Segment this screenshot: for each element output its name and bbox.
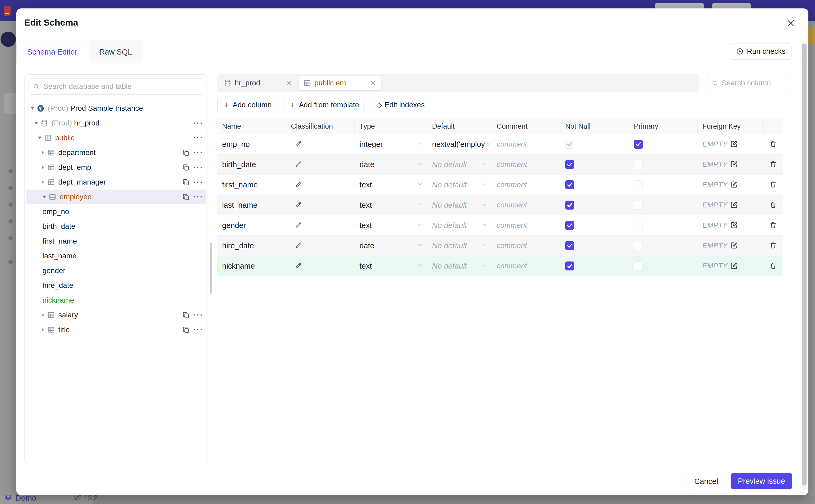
tab-raw-sql[interactable]: Raw SQL xyxy=(89,41,142,63)
type-select[interactable]: date xyxy=(355,160,427,169)
column-name[interactable]: hire_date xyxy=(217,241,286,250)
copy-icon[interactable] xyxy=(182,193,190,201)
tree-item-nickname[interactable]: nickname xyxy=(25,293,207,308)
type-select[interactable]: text xyxy=(355,201,427,210)
type-select[interactable]: text xyxy=(355,221,427,230)
tab-schema-editor[interactable]: Schema Editor xyxy=(16,41,88,63)
caret-right-icon[interactable] xyxy=(39,180,47,184)
primary-checkbox[interactable] xyxy=(634,261,643,270)
more-menu-icon[interactable]: ··· xyxy=(194,193,203,201)
comment-input[interactable]: comment xyxy=(492,201,561,209)
primary-checkbox[interactable] xyxy=(634,241,643,250)
trash-icon[interactable] xyxy=(769,262,777,270)
more-menu-icon[interactable]: ··· xyxy=(194,326,203,333)
panel-resize-divider[interactable] xyxy=(213,63,213,495)
more-menu-icon[interactable]: ··· xyxy=(194,311,203,319)
trash-icon[interactable] xyxy=(769,221,777,230)
default-select[interactable]: No default xyxy=(427,201,492,210)
default-select[interactable]: No default xyxy=(427,181,492,189)
caret-down-icon[interactable] xyxy=(32,122,40,124)
edit-square-icon[interactable] xyxy=(730,201,738,210)
tree-item-employee[interactable]: employee··· xyxy=(26,190,206,204)
column-name[interactable]: nickname xyxy=(217,262,286,270)
classification-cell[interactable] xyxy=(286,221,355,230)
caret-right-icon[interactable] xyxy=(39,328,47,332)
close-tab-icon[interactable] xyxy=(285,80,292,86)
caret-right-icon[interactable] xyxy=(39,313,47,317)
trash-icon[interactable] xyxy=(769,160,777,169)
foreign-key-cell[interactable]: EMPTY xyxy=(698,160,764,169)
not-null-checkbox[interactable] xyxy=(565,140,574,149)
tree-item-dept_manager[interactable]: dept_manager··· xyxy=(25,175,207,190)
pencil-icon[interactable] xyxy=(295,181,302,189)
copy-icon[interactable] xyxy=(182,163,190,171)
primary-checkbox[interactable] xyxy=(634,221,643,230)
default-select[interactable]: No default xyxy=(427,262,492,270)
classification-cell[interactable] xyxy=(286,242,355,250)
pencil-icon[interactable] xyxy=(295,242,302,250)
copy-icon[interactable] xyxy=(182,178,190,186)
caret-down-icon[interactable] xyxy=(29,107,36,110)
classification-cell[interactable] xyxy=(286,181,355,189)
edit-square-icon[interactable] xyxy=(730,140,738,149)
foreign-key-cell[interactable]: EMPTY xyxy=(698,140,764,149)
tree-item-first_name[interactable]: first_name xyxy=(25,234,207,249)
column-name[interactable]: emp_no xyxy=(217,140,286,149)
comment-input[interactable]: comment xyxy=(492,262,561,270)
more-menu-icon[interactable]: ··· xyxy=(194,149,203,156)
foreign-key-cell[interactable]: EMPTY xyxy=(698,262,764,270)
sidebar-scrollbar-thumb[interactable] xyxy=(210,243,212,294)
caret-right-icon[interactable] xyxy=(39,166,47,169)
primary-checkbox[interactable] xyxy=(634,160,643,169)
primary-checkbox[interactable] xyxy=(634,140,643,149)
foreign-key-cell[interactable]: EMPTY xyxy=(698,221,764,230)
default-select[interactable]: No default xyxy=(427,221,492,230)
table-tab-public-employee[interactable]: public.em... xyxy=(299,76,381,90)
comment-input[interactable]: comment xyxy=(492,181,561,189)
pencil-icon[interactable] xyxy=(295,140,302,148)
not-null-checkbox[interactable] xyxy=(565,221,574,230)
type-select[interactable]: text xyxy=(355,181,427,189)
copy-icon[interactable] xyxy=(182,311,190,319)
classification-cell[interactable] xyxy=(286,262,355,270)
tree-search-input[interactable] xyxy=(43,82,199,91)
column-name[interactable]: first_name xyxy=(217,181,286,189)
tree-item-gender[interactable]: gender xyxy=(25,263,207,278)
default-select[interactable]: No default xyxy=(427,241,492,250)
not-null-checkbox[interactable] xyxy=(565,180,574,189)
column-name[interactable]: last_name xyxy=(217,201,286,210)
tree-item-hr_prod[interactable]: (Prod)hr_prod··· xyxy=(25,116,207,130)
tree-item-hire_date[interactable]: hire_date xyxy=(25,278,207,293)
edit-square-icon[interactable] xyxy=(730,221,738,230)
column-name[interactable]: gender xyxy=(217,221,286,230)
tree-item-last_name[interactable]: last_name xyxy=(25,249,207,263)
not-null-checkbox[interactable] xyxy=(565,160,574,169)
not-null-checkbox[interactable] xyxy=(565,261,574,270)
tree-item-salary[interactable]: salary··· xyxy=(25,308,207,322)
copy-icon[interactable] xyxy=(182,149,190,157)
comment-input[interactable]: comment xyxy=(492,160,561,169)
more-menu-icon[interactable]: ··· xyxy=(194,119,203,127)
pencil-icon[interactable] xyxy=(295,262,302,270)
foreign-key-cell[interactable]: EMPTY xyxy=(698,241,764,250)
cancel-button[interactable]: Cancel xyxy=(687,474,725,489)
edit-square-icon[interactable] xyxy=(730,181,738,189)
tree-item-department[interactable]: department··· xyxy=(25,145,207,160)
trash-icon[interactable] xyxy=(769,181,777,189)
classification-cell[interactable] xyxy=(286,201,355,209)
more-menu-icon[interactable]: ··· xyxy=(194,178,203,186)
edit-square-icon[interactable] xyxy=(730,160,738,169)
modal-scrollbar-thumb[interactable] xyxy=(802,43,807,486)
tree-item-title[interactable]: title··· xyxy=(25,322,207,337)
caret-down-icon[interactable] xyxy=(36,137,44,139)
comment-input[interactable]: comment xyxy=(492,140,561,148)
type-select[interactable]: text xyxy=(355,262,427,270)
more-menu-icon[interactable]: ··· xyxy=(194,134,203,142)
classification-cell[interactable] xyxy=(286,161,355,169)
edit-indexes-button[interactable]: ◇ Edit indexes xyxy=(371,97,431,113)
preview-issue-button[interactable]: Preview issue xyxy=(731,473,792,489)
primary-checkbox[interactable] xyxy=(634,180,643,189)
caret-down-icon[interactable] xyxy=(41,196,48,198)
type-select[interactable]: date xyxy=(355,241,427,250)
tree-item-public[interactable]: public··· xyxy=(25,130,207,145)
